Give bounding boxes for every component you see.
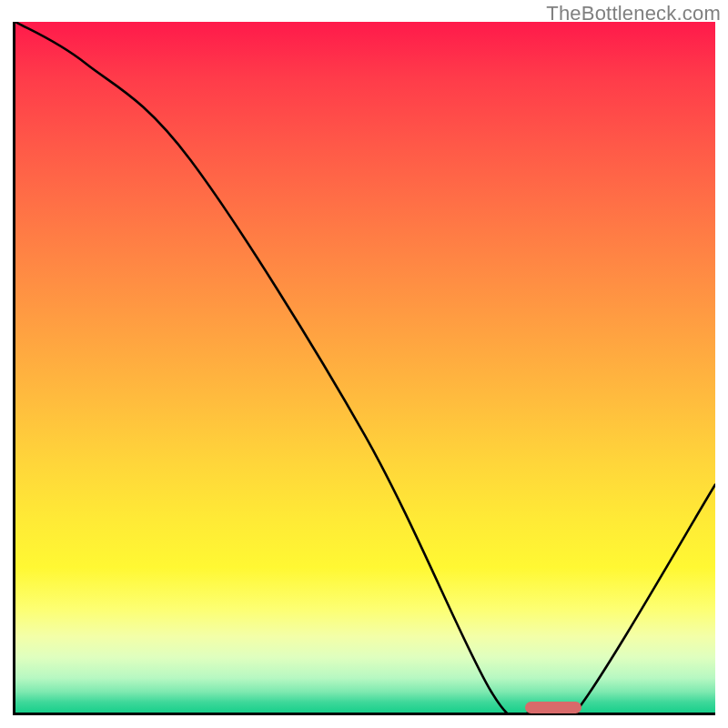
bottleneck-curve	[15, 22, 715, 713]
plot-area	[13, 22, 715, 715]
optimal-marker	[525, 702, 581, 713]
chart-container: TheBottleneck.com	[0, 0, 728, 728]
